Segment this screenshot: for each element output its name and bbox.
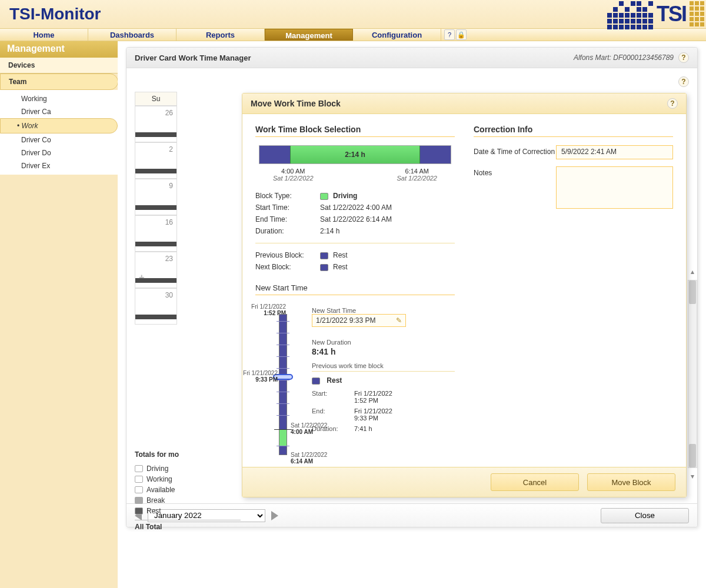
slider-tick (277, 368, 289, 369)
correction-dt-input[interactable]: 5/9/2022 2:41 AM (556, 145, 673, 159)
section-title-selection: Work Time Block Selection (255, 125, 455, 137)
new-start-fields: New Start Time 1/21/2022 9:33 PM ✎ New D… (312, 303, 455, 434)
sidebar-header: Management (0, 41, 118, 58)
main-nav: Home Dashboards Reports Management Confi… (0, 28, 706, 41)
edit-icon[interactable]: ✎ (396, 316, 402, 325)
slider-tick (277, 333, 289, 333)
manager-help-icon[interactable]: ? (678, 52, 689, 63)
new-duration-value: 8:41 h (312, 347, 455, 356)
cal-bar-icon (135, 278, 176, 283)
nav-dashboards[interactable]: Dashboards (88, 29, 176, 41)
nav-management[interactable]: Management (265, 29, 353, 41)
content-area: Driver Card Work Time Manager Alfons Mar… (118, 41, 706, 588)
slider-tick (277, 446, 289, 446)
totals-label: Working (146, 475, 172, 483)
kv-value: Rest (320, 263, 348, 271)
logo-dot-grid-icon (607, 1, 654, 27)
kv-row: End:Fri 1/21/20229:33 PM (312, 406, 455, 423)
nav-lock-icon[interactable]: 🔒 (456, 29, 467, 40)
manager-body: Su 26 2 9 16 23+ 30 Totals for mo Drivin… (126, 68, 697, 503)
kv-value: Sat 1/22/2022 4:00 AM (320, 203, 392, 212)
kv-key: Start: (312, 390, 354, 404)
kv-value: Rest (320, 251, 348, 259)
nav-help-icon[interactable]: ? (444, 29, 455, 40)
totals-panel: Totals for mo DrivingWorkingAvailableBre… (135, 450, 241, 532)
sidebar-tab-team[interactable]: Team (0, 74, 118, 90)
modal-header: Move Work Time Block ? (242, 93, 686, 114)
scroll-down-icon[interactable]: ▾ (688, 472, 697, 480)
modal-help-icon[interactable]: ? (667, 98, 678, 109)
calendar-day[interactable]: 23+ (135, 252, 177, 288)
totals-row: Break (135, 495, 241, 506)
modal-left-column: Work Time Block Selection 2:14 h 4:00 AM… (255, 125, 455, 460)
move-block-button[interactable]: Move Block (587, 473, 675, 491)
app-title: TSI-Monitor (9, 5, 101, 24)
sidebar-team-items: Working Driver Ca Work Driver Co Driver … (0, 90, 118, 175)
prev-block-info: Rest Start:Fri 1/21/20221:52 PMEnd:Fri 1… (312, 376, 455, 434)
kv-value: 7:41 h (354, 425, 372, 432)
cancel-button[interactable]: Cancel (491, 473, 579, 491)
calendar-date: 23 (165, 255, 173, 263)
top-banner: TSI-Monitor TSI (0, 0, 706, 28)
kv-value: Fri 1/21/20229:33 PM (354, 407, 392, 422)
slider-tick (277, 321, 289, 322)
kv-key: Next Block: (255, 263, 320, 271)
totals-title: Totals for mo (135, 450, 241, 459)
end-date-label: Sat 1/22/2022 (397, 175, 437, 182)
kv-key: Block Type: (255, 192, 320, 200)
calendar-date: 30 (165, 291, 173, 299)
cal-bar-icon (135, 315, 176, 319)
kv-key: End Time: (255, 215, 320, 223)
totals-row: Driving (135, 463, 241, 474)
block-visualization: 2:14 h (259, 145, 451, 164)
sidebar-item-working[interactable]: Working (0, 92, 118, 105)
start-date-label: Sat 1/22/2022 (273, 175, 314, 182)
sidebar-tab-devices[interactable]: Devices (0, 58, 118, 74)
modal-body: Work Time Block Selection 2:14 h 4:00 AM… (242, 114, 686, 467)
totals-row: Working (135, 474, 241, 485)
manager-panel: Driver Card Work Time Manager Alfons Mar… (126, 47, 698, 527)
totals-label: Available (146, 486, 175, 494)
scrollbar[interactable]: ▴ ▾ (688, 280, 697, 468)
kv-row: Start Time:Sat 1/22/2022 4:00 AM (255, 202, 455, 213)
calendar-day[interactable]: 9 (135, 179, 177, 215)
kv-key: Previous Block: (255, 251, 320, 259)
slider-seg1-label: Sat 1/22/2022 4:00 AM (291, 422, 332, 435)
swatch-icon (320, 252, 328, 259)
calendar-header-su: Su (135, 92, 177, 106)
cal-bar-icon (135, 205, 176, 210)
sidebar-item-driver-do[interactable]: Driver Do (0, 146, 118, 159)
scroll-thumb[interactable] (689, 280, 696, 304)
calendar-day[interactable]: 26 (135, 106, 177, 142)
close-button[interactable]: Close (601, 508, 689, 523)
manager-header: Driver Card Work Time Manager Alfons Mar… (126, 48, 697, 68)
scroll-thumb[interactable] (689, 444, 696, 467)
kv-value: Driving (320, 192, 357, 200)
kv-row: End Time:Sat 1/22/2022 6:14 AM (255, 213, 455, 225)
sidebar-item-driver-co[interactable]: Driver Co (0, 133, 118, 146)
logo-text: TSI (657, 2, 686, 26)
start-time-label: 4:00 AM (273, 168, 314, 175)
time-slider[interactable]: Fri 1/21/2022 1:52 PM (255, 303, 300, 434)
nav-reports[interactable]: Reports (176, 29, 265, 41)
manager-title: Driver Card Work Time Manager (135, 54, 251, 62)
sidebar-item-driver-ca[interactable]: Driver Ca (0, 105, 118, 118)
new-start-time-input[interactable]: 1/21/2022 9:33 PM ✎ (312, 314, 406, 327)
slider-tick (277, 415, 289, 416)
new-start-time-label: New Start Time (312, 307, 455, 314)
scroll-up-icon[interactable]: ▴ (688, 268, 697, 276)
nav-configuration[interactable]: Configuration (353, 29, 441, 41)
section-title-newstart: New Start Time (255, 283, 455, 295)
nav-home[interactable]: Home (0, 29, 88, 41)
next-month-button[interactable] (271, 511, 278, 520)
kv-value: Sat 1/22/2022 6:14 AM (320, 215, 392, 223)
calendar-day[interactable]: 16 (135, 215, 177, 252)
totals-swatch-icon (135, 476, 143, 483)
calendar-day[interactable]: 30 (135, 288, 177, 325)
calendar-day[interactable]: 2 (135, 142, 177, 179)
correction-notes-input[interactable] (556, 166, 673, 209)
sidebar-item-work[interactable]: Work (0, 118, 118, 133)
kv-row: Previous Block:Rest (255, 249, 455, 261)
sidebar-item-driver-ex[interactable]: Driver Ex (0, 159, 118, 172)
panel-help-icon[interactable]: ? (678, 76, 689, 87)
